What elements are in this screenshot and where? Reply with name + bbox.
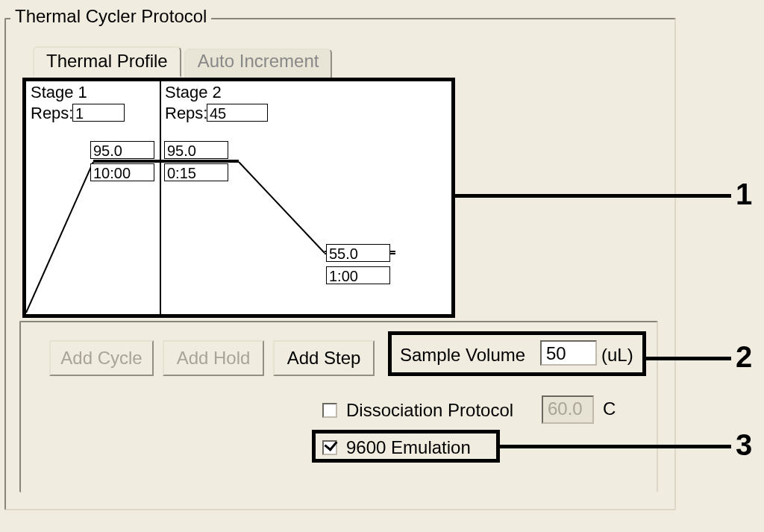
- emulation-label: 9600 Emulation: [346, 437, 471, 458]
- dissociation-temp-input: 60.0: [542, 395, 594, 424]
- stage1-step1-time[interactable]: 10:00: [90, 163, 154, 181]
- sample-volume-label: Sample Volume: [400, 345, 525, 366]
- dissociation-checkbox[interactable]: [322, 403, 337, 418]
- stage2-step1-temp[interactable]: 95.0: [164, 141, 228, 159]
- callout-3-number: 3: [736, 428, 752, 462]
- dissociation-label: Dissociation Protocol: [346, 400, 513, 421]
- svg-line-0: [26, 162, 93, 313]
- stage1-reps-input[interactable]: 1: [72, 104, 125, 122]
- thermal-profile-plot: Stage 1 Reps: 1 95.0 10:00 Stage 2 Reps:…: [22, 78, 455, 318]
- callout-1-number: 1: [736, 178, 752, 211]
- stage1-reps-label: Reps:: [31, 104, 73, 123]
- tab-auto-increment[interactable]: Auto Increment: [184, 48, 333, 80]
- svg-line-6: [239, 162, 325, 253]
- add-hold-button[interactable]: Add Hold: [163, 340, 264, 376]
- stage2-reps-input[interactable]: 45: [207, 104, 268, 122]
- stage2-step2-temp[interactable]: 55.0: [326, 244, 390, 262]
- add-step-button[interactable]: Add Step: [273, 340, 375, 376]
- sample-volume-unit: (uL): [601, 345, 633, 366]
- callout-2-line: [646, 357, 731, 360]
- stage2-reps-label: Reps:: [165, 104, 207, 123]
- callout-3-line: [500, 445, 731, 448]
- dissociation-temp-unit: C: [603, 398, 616, 419]
- add-cycle-button[interactable]: Add Cycle: [49, 340, 154, 376]
- tab-thermal-profile[interactable]: Thermal Profile: [33, 46, 181, 78]
- stage1-step1-temp[interactable]: 95.0: [90, 141, 154, 159]
- canvas: Thermal Cycler Protocol Thermal Profile …: [0, 0, 764, 532]
- tabs: Thermal Profile Auto Increment: [33, 46, 332, 78]
- callout-2-number: 2: [736, 340, 752, 374]
- sample-volume-input[interactable]: 50: [540, 340, 597, 366]
- emulation-checkbox[interactable]: [322, 440, 337, 455]
- groupbox-title: Thermal Cycler Protocol: [10, 6, 211, 27]
- stage2-step1-time[interactable]: 0:15: [164, 163, 228, 181]
- callout-1-line: [455, 194, 731, 198]
- stage2-step2-time[interactable]: 1:00: [326, 266, 390, 284]
- stage1-title: Stage 1: [31, 83, 87, 102]
- stage2-title: Stage 2: [165, 83, 222, 102]
